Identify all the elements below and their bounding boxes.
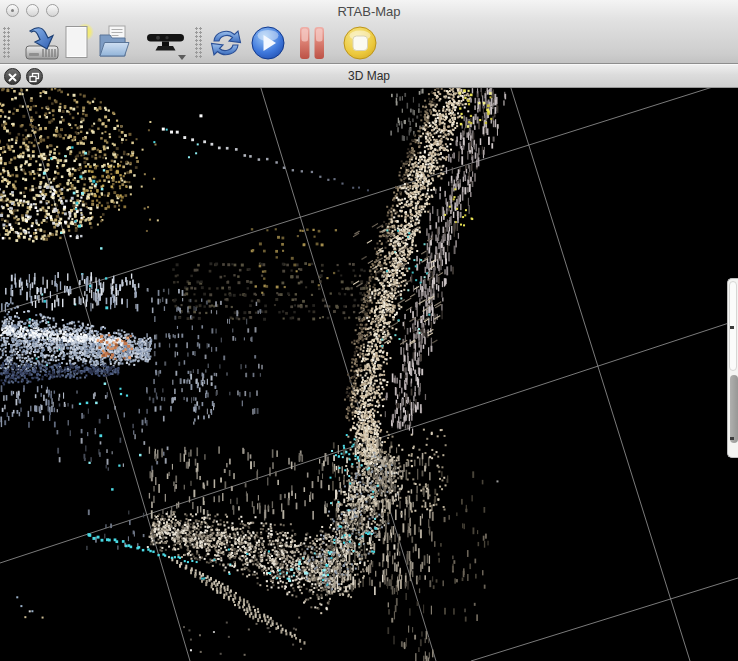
- toolbar-grip-handle[interactable]: [3, 27, 11, 59]
- point-cloud-canvas[interactable]: [0, 88, 738, 661]
- play-button[interactable]: [249, 23, 285, 63]
- toolbar-separator-grip[interactable]: [195, 27, 203, 59]
- open-folder-icon: [96, 23, 132, 63]
- window-titlebar: RTAB-Map: [0, 0, 738, 22]
- main-toolbar: [0, 22, 738, 63]
- panel-3dmap-header: 3D Map: [0, 64, 738, 88]
- rtabmap-window: RTAB-Map: [0, 0, 738, 661]
- stop-icon: [341, 24, 379, 62]
- scrollbar-tick-mark: [730, 437, 734, 440]
- stop-button[interactable]: [341, 23, 377, 63]
- open-file-button[interactable]: [96, 23, 132, 63]
- new-file-icon: [58, 23, 94, 63]
- pause-icon: [297, 24, 327, 62]
- scrollbar-tick-mark: [730, 326, 734, 329]
- map-3d-viewport[interactable]: [0, 88, 738, 661]
- right-edge-scrollbar[interactable]: [727, 278, 738, 458]
- refresh-icon: [207, 24, 245, 62]
- new-database-button[interactable]: [58, 23, 94, 63]
- drive-download-icon: [22, 23, 62, 63]
- camera-source-button[interactable]: [144, 23, 188, 63]
- window-title: RTAB-Map: [0, 4, 738, 19]
- scrollbar-thumb[interactable]: [730, 375, 738, 443]
- pause-button[interactable]: [296, 23, 328, 63]
- refresh-button[interactable]: [207, 23, 243, 63]
- panel-title: 3D Map: [0, 69, 738, 83]
- window-chrome: RTAB-Map: [0, 0, 738, 64]
- chevron-down-icon: [178, 55, 186, 60]
- open-database-button[interactable]: [22, 23, 58, 63]
- play-icon: [249, 24, 287, 62]
